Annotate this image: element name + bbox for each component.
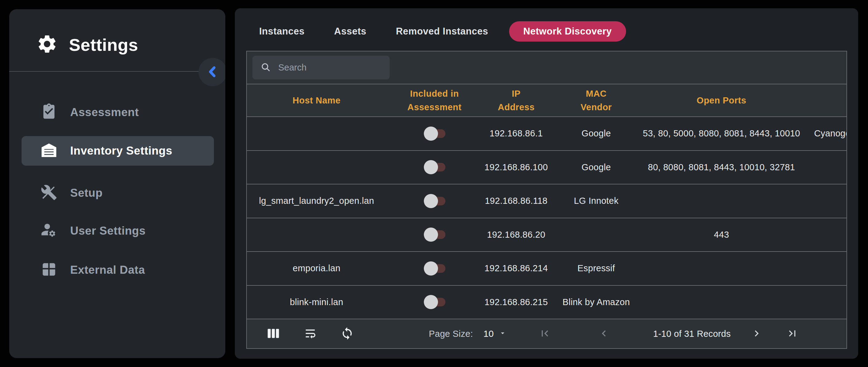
- chevron-left-icon: [598, 327, 610, 340]
- sidebar-item-label: Inventory Settings: [70, 144, 173, 157]
- sidebar-item-user-settings[interactable]: User Settings: [22, 216, 214, 246]
- mac-vendor-cell: Google: [550, 162, 643, 173]
- first-page-button[interactable]: [539, 327, 551, 340]
- search-box[interactable]: [252, 56, 390, 80]
- open-ports-cell: 80, 8080, 8081, 8443, 10010, 32781: [643, 162, 800, 173]
- warehouse-icon: [41, 142, 57, 160]
- last-page-icon: [786, 327, 799, 340]
- tab-assets[interactable]: Assets: [334, 26, 367, 37]
- tab-removed-instances[interactable]: Removed Instances: [396, 26, 488, 37]
- sidebar-item-label: Assessment: [70, 106, 139, 119]
- header-mac-vendor: MACVendor: [550, 87, 643, 114]
- host-name-cell: lg_smart_laundry2_open.lan: [247, 196, 386, 206]
- settings-sidebar: Settings Assessment Inventory Settings S…: [9, 9, 225, 358]
- sidebar-item-assessment[interactable]: Assessment: [22, 98, 214, 127]
- table-row: blink-mini.lan 192.168.86.215 Blink by A…: [247, 286, 846, 319]
- network-discovery-table: Host Name Included inAssessment IPAddres…: [246, 51, 847, 349]
- table-row: 192.168.86.1 Google 53, 80, 5000, 8080, …: [247, 117, 846, 151]
- ip-address-cell: 192.168.86.1: [483, 128, 550, 139]
- host-name-cell: emporia.lan: [247, 263, 386, 273]
- host-name-cell: blink-mini.lan: [247, 297, 386, 307]
- sidebar-collapse-button[interactable]: [198, 58, 225, 86]
- header-ip-address: IPAddress: [483, 87, 550, 114]
- included-in-assessment-toggle[interactable]: [424, 227, 445, 242]
- header-host-name: Host Name: [247, 94, 386, 107]
- page-size-value: 10: [484, 329, 494, 339]
- table-header-row: Host Name Included inAssessment IPAddres…: [247, 84, 846, 117]
- chevron-left-icon: [206, 65, 220, 80]
- wrap-text-button[interactable]: [304, 327, 317, 341]
- ip-address-cell: 192.168.86.215: [483, 297, 550, 307]
- search-strip: [247, 52, 846, 84]
- wrap-text-icon: [304, 327, 317, 341]
- toggle-knob: [424, 194, 438, 208]
- tools-icon: [41, 184, 57, 202]
- toggle-knob: [424, 262, 438, 276]
- header-open-ports: Open Ports: [643, 94, 800, 107]
- open-ports-cell: 53, 80, 5000, 8080, 8081, 8443, 10010: [643, 128, 800, 139]
- table-row: 192.168.86.20 443: [247, 218, 846, 252]
- ip-address-cell: 192.168.86.20: [483, 230, 550, 240]
- included-cell: [386, 194, 483, 208]
- toggle-knob: [424, 227, 438, 242]
- sidebar-item-label: External Data: [70, 264, 145, 276]
- toggle-knob: [424, 295, 438, 309]
- included-cell: [386, 295, 483, 309]
- chevron-right-icon: [750, 327, 763, 340]
- sidebar-nav: Assessment Inventory Settings Setup User…: [9, 9, 225, 358]
- page-size-label: Page Size:: [429, 329, 473, 339]
- mac-vendor-cell: Espressif: [550, 263, 643, 273]
- table-body: 192.168.86.1 Google 53, 80, 5000, 8080, …: [247, 117, 846, 319]
- sidebar-item-setup[interactable]: Setup: [22, 178, 214, 208]
- clipboard-check-icon: [41, 103, 57, 121]
- sidebar-item-inventory-settings[interactable]: Inventory Settings: [22, 136, 214, 166]
- table-row: 192.168.86.100 Google 80, 8080, 8081, 84…: [247, 151, 846, 185]
- mac-vendor-cell: Blink by Amazon: [550, 297, 643, 307]
- included-in-assessment-toggle[interactable]: [424, 295, 445, 309]
- ip-address-cell: 192.168.86.214: [483, 263, 550, 273]
- ip-address-cell: 192.168.86.100: [483, 162, 550, 173]
- first-page-icon: [539, 327, 551, 340]
- table-row: emporia.lan 192.168.86.214 Espressif: [247, 252, 846, 286]
- table-row: lg_smart_laundry2_open.lan 192.168.86.11…: [247, 184, 846, 218]
- sidebar-item-label: Setup: [70, 187, 102, 200]
- previous-page-button[interactable]: [598, 327, 610, 340]
- header-included-in-assessment: Included inAssessment: [386, 87, 483, 114]
- person-gear-icon: [41, 222, 57, 240]
- view-columns-icon: [267, 327, 280, 341]
- included-cell: [386, 262, 483, 276]
- caret-down-icon: [499, 329, 507, 338]
- tab-bar: Instances Assets Removed Instances Netwo…: [259, 21, 626, 42]
- tab-instances[interactable]: Instances: [259, 26, 305, 37]
- included-in-assessment-toggle[interactable]: [424, 126, 445, 141]
- grid-table-icon: [41, 261, 57, 279]
- next-page-button[interactable]: [750, 327, 763, 340]
- page-size-dropdown[interactable]: 10: [484, 329, 507, 339]
- tab-network-discovery[interactable]: Network Discovery: [509, 21, 626, 41]
- sidebar-item-external-data[interactable]: External Data: [22, 255, 214, 285]
- refresh-icon: [340, 327, 354, 341]
- included-cell: [386, 160, 483, 174]
- included-in-assessment-toggle[interactable]: [424, 262, 445, 276]
- mac-vendor-cell: Google: [550, 128, 643, 139]
- search-icon: [260, 62, 271, 73]
- toggle-knob: [424, 126, 438, 141]
- search-input[interactable]: [278, 62, 380, 73]
- last-page-button[interactable]: [786, 327, 799, 340]
- open-ports-cell: 443: [643, 230, 800, 240]
- toggle-knob: [424, 160, 438, 174]
- mac-vendor-cell: LG Innotek: [550, 196, 643, 206]
- table-footer: Page Size: 10 1-10 of 31 Records: [247, 319, 846, 348]
- included-in-assessment-toggle[interactable]: [424, 194, 445, 208]
- sidebar-item-label: User Settings: [70, 224, 146, 237]
- ip-address-cell: 192.168.86.118: [483, 196, 550, 206]
- main-panel: Instances Assets Removed Instances Netwo…: [235, 8, 858, 359]
- refresh-button[interactable]: [340, 327, 354, 341]
- included-cell: [386, 126, 483, 141]
- extra-cell: Cyanoge: [800, 128, 846, 139]
- included-in-assessment-toggle[interactable]: [424, 160, 445, 174]
- included-cell: [386, 227, 483, 242]
- records-range-text: 1-10 of 31 Records: [653, 329, 731, 339]
- view-columns-button[interactable]: [267, 327, 280, 341]
